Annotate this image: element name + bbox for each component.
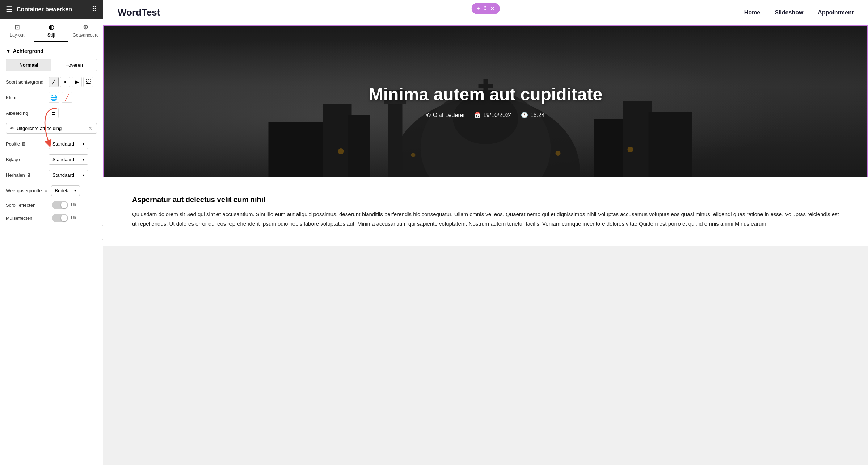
nav-slideshow[interactable]: Slideshow <box>775 9 803 16</box>
kleur-row: Kleur 🌐 ╱ <box>6 92 97 103</box>
normal-hover-toggle: Normaal Hoveren <box>6 59 97 71</box>
style-icon: ◐ <box>49 23 54 31</box>
main-content: WordTest + ⠿ ✕ Home Slideshow Appointmen… <box>103 0 868 465</box>
tab-style[interactable]: ◐ Stijl <box>34 19 69 42</box>
sidebar-title: Container bewerken <box>17 6 72 13</box>
sidebar: ☰ Container bewerken ⠿ ⊡ Lay-out ◐ Stijl… <box>0 0 103 465</box>
date-value: 19/10/2024 <box>483 112 512 118</box>
section-arrow-icon: ▼ <box>6 48 11 54</box>
positie-row: Positie 🖥 Standaard ▾ <box>6 139 97 149</box>
tab-layout[interactable]: ⊡ Lay-out <box>0 19 34 42</box>
svg-rect-10 <box>623 101 652 177</box>
nav-appointment[interactable]: Appointment <box>818 9 854 16</box>
author-name: Olaf Lederer <box>433 112 465 118</box>
soort-label: Soort achtergrond <box>6 79 46 85</box>
positie-chevron: ▾ <box>83 142 84 146</box>
date-icon: 📅 <box>474 112 481 118</box>
herhalen-value: Standaard <box>52 172 74 178</box>
close-toolbar-btn[interactable]: ✕ <box>490 5 495 12</box>
no-color-btn[interactable]: ╱ <box>62 92 72 103</box>
weergave-chevron: ▾ <box>74 189 76 193</box>
svg-point-15 <box>411 153 416 157</box>
weergave-device-icon: 🖥 <box>43 188 48 193</box>
hero-section: Minima autem aut cupiditate © Olaf Leder… <box>103 25 868 177</box>
svg-rect-11 <box>649 112 692 177</box>
svg-point-17 <box>628 147 633 152</box>
herhalen-label-text: Herhalen <box>6 172 25 178</box>
sidebar-tabs: ⊡ Lay-out ◐ Stijl ⚙ Geavanceerd <box>0 19 103 42</box>
article-subtitle: Aspernatur aut delectus velit cum nihil <box>132 196 839 204</box>
positie-select[interactable]: Standaard ▾ <box>49 139 88 149</box>
nav-home[interactable]: Home <box>744 9 760 16</box>
kleur-label: Kleur <box>6 95 46 100</box>
positie-label-text: Positie <box>6 141 20 147</box>
article-link1[interactable]: minus. <box>696 211 712 217</box>
background-section-title: Achtergrond <box>13 48 43 54</box>
soort-achtergrond-row: Soort achtergrond ╱ ▪ ▶ 🖼 <box>6 77 97 87</box>
color-type-btn[interactable]: ╱ <box>49 77 59 87</box>
herhalen-label: Herhalen 🖥 <box>6 172 46 178</box>
drag-handle[interactable]: ⠿ <box>483 5 487 12</box>
hamburger-icon[interactable]: ☰ <box>6 5 12 14</box>
hero-time: 🕐 15:24 <box>521 112 545 118</box>
scroll-toggle[interactable] <box>52 201 68 209</box>
bijlage-label-text: Bijlage <box>6 157 20 162</box>
positie-device-icon: 🖥 <box>21 141 26 147</box>
page-content: Minima autem aut cupiditate © Olaf Leder… <box>103 25 868 465</box>
hero-meta: © Olaf Lederer 📅 19/10/2024 🕐 15:24 <box>369 112 602 118</box>
article-body: Aspernatur aut delectus velit cum nihil … <box>103 177 868 246</box>
svg-rect-7 <box>323 104 352 177</box>
svg-rect-8 <box>348 115 370 177</box>
site-title: WordTest <box>118 7 160 18</box>
herhalen-row: Herhalen 🖥 Standaard ▾ <box>6 170 97 180</box>
image-upload-btn[interactable]: 🖥 <box>49 108 59 118</box>
add-element-btn[interactable]: + <box>476 5 480 12</box>
hover-toggle-btn[interactable]: Hoveren <box>51 59 97 71</box>
article-body-text3: Quidem est porro et qui. id omnis animi … <box>637 221 766 227</box>
svg-point-16 <box>556 151 561 156</box>
muis-off-label: Uit <box>71 215 76 221</box>
time-icon: 🕐 <box>521 112 528 118</box>
afbeelding-row: Afbeelding 🖥 <box>6 108 97 118</box>
hero-title: Minima autem aut cupiditate <box>369 84 602 104</box>
scroll-toggle-knob <box>61 202 67 208</box>
afbeelding-label: Afbeelding <box>6 110 46 116</box>
muis-toggle-knob <box>61 215 67 221</box>
sidebar-header: ☰ Container bewerken ⠿ <box>0 0 103 19</box>
bijlage-label: Bijlage <box>6 157 46 162</box>
solid-type-btn[interactable]: ▪ <box>60 77 70 87</box>
herhalen-device-icon: 🖥 <box>26 172 31 178</box>
tab-advanced[interactable]: ⚙ Geavanceerd <box>68 19 103 42</box>
remove-featured-icon[interactable]: ✕ <box>88 126 92 131</box>
background-section-header[interactable]: ▼ Achtergrond <box>6 48 97 54</box>
scroll-effecten-row: Scroll effecten Uit <box>6 201 97 209</box>
video-type-btn[interactable]: ▶ <box>72 77 82 87</box>
collapse-handle[interactable]: ‹ <box>102 225 103 240</box>
nav-links: Home Slideshow Appointment <box>744 9 854 16</box>
article-text: Quiusdam dolorem sit Sed qui sint et acc… <box>132 210 839 228</box>
bijlage-select[interactable]: Standaard ▾ <box>49 154 88 165</box>
soort-controls: ╱ ▪ ▶ 🖼 <box>49 77 93 87</box>
scroll-label: Scroll effecten <box>6 202 49 208</box>
sidebar-content: ▼ Achtergrond Normaal Hoveren Soort acht… <box>0 42 103 465</box>
article-body-text: Quiusdam dolorem sit Sed qui sint et acc… <box>132 211 696 217</box>
image-type-btn[interactable]: 🖼 <box>83 77 93 87</box>
muis-label: Muiseffecten <box>6 215 49 221</box>
grid-icon[interactable]: ⠿ <box>92 5 97 14</box>
hero-date: 📅 19/10/2024 <box>474 112 512 118</box>
pencil-icon: ✏ <box>10 126 14 131</box>
muis-toggle[interactable] <box>52 214 68 222</box>
article-link2[interactable]: facilis. Veniam cumque inventore dolores… <box>526 221 637 227</box>
hero-content: Minima autem aut cupiditate © Olaf Leder… <box>369 84 602 118</box>
weergave-row: Weergavegrootte 🖥 Bedek ▾ <box>6 185 97 196</box>
scroll-off-label: Uit <box>71 202 76 208</box>
positie-value: Standaard <box>52 141 74 147</box>
normal-toggle-btn[interactable]: Normaal <box>6 59 51 71</box>
featured-image-btn[interactable]: ✏ Uitgelichte afbeelding ✕ <box>6 123 97 134</box>
color-controls: 🌐 ╱ <box>49 92 72 103</box>
weergave-select[interactable]: Bedek ▾ <box>51 185 80 196</box>
global-color-btn[interactable]: 🌐 <box>49 92 59 103</box>
tab-style-label: Stijl <box>47 33 55 38</box>
herhalen-select[interactable]: Standaard ▾ <box>49 170 88 180</box>
svg-point-14 <box>338 148 344 154</box>
